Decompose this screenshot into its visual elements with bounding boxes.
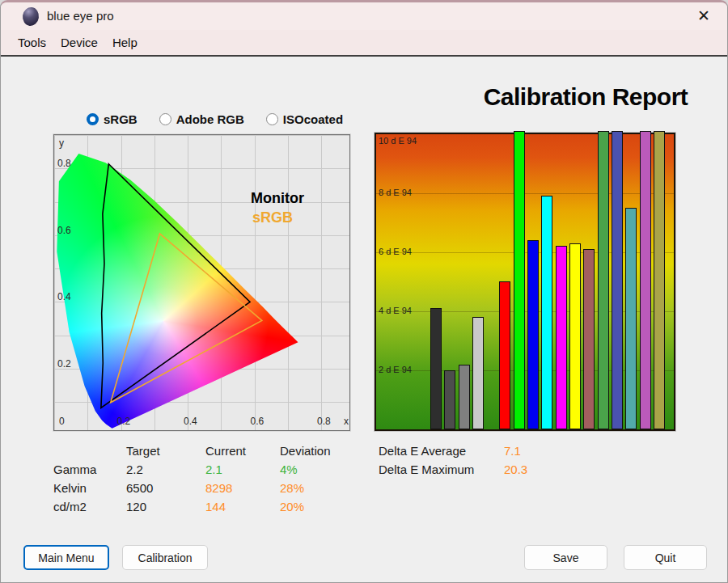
delta-e-bar-dark-gray <box>444 370 455 429</box>
delta-e-maximum-label: Delta E Maximum <box>379 463 504 481</box>
delta-e-bar-gray <box>459 365 470 429</box>
delta-e-average-value: 7.1 <box>504 444 569 463</box>
table-corner <box>53 444 126 463</box>
chart-y-tick-label: 4 d E 94 <box>379 306 412 315</box>
legend-monitor: Monitor <box>251 190 304 207</box>
delta-e-maximum-value: 20.3 <box>504 463 569 481</box>
delta-e-bar-rosy-brown <box>583 249 595 429</box>
page-title: Calibration Report <box>442 83 728 111</box>
menu-help[interactable]: Help <box>105 30 145 55</box>
delta-e-bar-red <box>499 281 510 429</box>
app-window: blue eye pro ✕ Tools Device Help Calibra… <box>0 0 728 583</box>
radio-isocoated[interactable]: ISOcoated <box>266 112 343 126</box>
gamma-target: 2.2 <box>126 463 205 481</box>
x-tick-label: 0.2 <box>117 416 131 427</box>
menu-tools[interactable]: Tools <box>11 30 53 55</box>
gamma-current: 2.1 <box>205 463 280 481</box>
x-tick-label: 0 <box>59 416 65 427</box>
col-header-target: Target <box>126 444 205 463</box>
save-button[interactable]: Save <box>524 545 607 570</box>
x-tick-label: 0.6 <box>251 416 265 427</box>
delta-e-bar-black <box>430 308 442 429</box>
chart-gridline <box>376 193 674 194</box>
row-label-luminance: cd/m2 <box>53 500 126 518</box>
chart-y-tick-label: 6 d E 94 <box>379 247 412 256</box>
results-table: Target Current Deviation Gamma 2.2 2.1 4… <box>53 444 353 518</box>
x-tick-label: 0.8 <box>317 416 331 427</box>
gamut-overlay <box>54 135 349 430</box>
chart-y-tick-label: 8 d E 94 <box>379 188 412 197</box>
x-tick-label: 0.4 <box>184 416 197 427</box>
kelvin-current: 8298 <box>205 481 280 500</box>
y-tick-label: 0.2 <box>57 358 71 370</box>
radio-button-icon <box>87 113 99 125</box>
radio-adobe-rgb[interactable]: Adobe RGB <box>159 112 244 126</box>
radio-button-icon <box>266 113 278 125</box>
quit-button[interactable]: Quit <box>624 545 707 570</box>
delta-e-bar-slate-blue <box>612 131 623 429</box>
kelvin-target: 6500 <box>126 481 205 500</box>
calibration-button[interactable]: Calibration <box>122 545 208 570</box>
menu-bar: Tools Device Help <box>1 30 727 57</box>
gamma-deviation: 4% <box>280 463 353 481</box>
x-axis-label: x <box>344 416 349 427</box>
delta-e-bar-light-gray <box>472 317 484 429</box>
delta-e-bar-orchid <box>640 131 651 429</box>
close-icon[interactable]: ✕ <box>692 5 716 27</box>
delta-e-bar-magenta <box>556 246 567 429</box>
luminance-target: 120 <box>126 500 205 518</box>
luminance-current: 144 <box>205 500 280 518</box>
delta-e-bar-yellow <box>569 243 581 429</box>
radio-button-icon <box>159 113 171 125</box>
col-header-current: Current <box>205 444 280 463</box>
app-icon <box>21 6 40 27</box>
kelvin-deviation: 28% <box>280 481 353 500</box>
delta-e-chart: 2 d E 944 d E 946 d E 948 d E 9410 d E 9… <box>375 133 675 431</box>
title-bar: blue eye pro ✕ <box>1 2 727 30</box>
delta-e-bar-green <box>514 131 525 429</box>
menu-device[interactable]: Device <box>53 30 105 55</box>
radio-srgb[interactable]: sRGB <box>87 112 138 126</box>
chromaticity-diagram: 00.20.40.60.80.20.40.60.8yx Monitor sRGB <box>53 134 350 431</box>
delta-e-bar-blue <box>527 240 539 429</box>
srgb-gamut-triangle <box>111 234 262 403</box>
row-label-gamma: Gamma <box>53 463 126 481</box>
delta-e-bar-dark-khaki <box>654 131 665 429</box>
col-header-deviation: Deviation <box>280 444 353 463</box>
luminance-deviation: 20% <box>280 500 353 518</box>
main-menu-button[interactable]: Main Menu <box>23 545 109 570</box>
chart-y-tick-label: 10 d E 94 <box>379 136 417 146</box>
delta-e-bar-teal <box>625 208 637 429</box>
y-tick-label: 0.4 <box>57 291 71 302</box>
window-title: blue eye pro <box>47 2 114 30</box>
chart-y-tick-label: 2 d E 94 <box>379 365 412 374</box>
delta-e-bar-sea-green <box>598 131 609 429</box>
monitor-gamut-triangle <box>101 164 250 408</box>
y-axis-label: y <box>59 137 64 149</box>
y-tick-label: 0.6 <box>57 225 71 236</box>
delta-e-average-label: Delta E Average <box>379 444 504 463</box>
colorspace-radio-group: sRGB Adobe RGB ISOcoated <box>87 112 343 126</box>
delta-e-summary: Delta E Average 7.1 Delta E Maximum 20.3 <box>379 444 569 481</box>
delta-e-bar-cyan <box>541 196 552 429</box>
y-tick-label: 0.8 <box>57 158 71 169</box>
legend-srgb: sRGB <box>252 209 293 226</box>
row-label-kelvin: Kelvin <box>53 481 126 500</box>
